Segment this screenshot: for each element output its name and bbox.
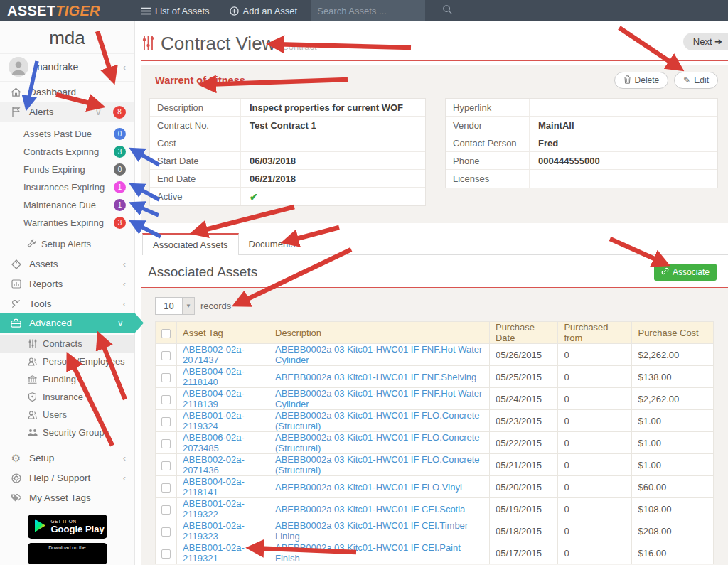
field-label: Cost [150, 134, 241, 151]
alert-submenu-item[interactable]: Insurances Expiring 1 [0, 178, 134, 196]
records-select[interactable]: 10 ▼ [155, 297, 195, 315]
edit-button[interactable]: ✎ Edit [674, 72, 718, 89]
wrench-icon [27, 239, 36, 250]
description-link[interactable]: ABEBB0002a 03 Kitc01-HWC01 IF FLO.Vinyl [275, 482, 462, 493]
nav-add-an-asset-label: Add an Asset [243, 6, 298, 16]
row-checkbox[interactable] [161, 351, 171, 360]
tab-associated-assets[interactable]: Associated Assets [142, 233, 239, 255]
sidebar-item-dashboard[interactable]: Dashboard [0, 82, 134, 102]
google-play-line1: GET IT ON [51, 519, 105, 524]
col-purchased-from: Purchased from [558, 322, 632, 344]
sidebar-item-reports[interactable]: Reports ‹ [0, 274, 134, 294]
check-icon: ✔ [241, 191, 258, 203]
search-icon[interactable] [442, 4, 453, 18]
nav-list-of-assets[interactable]: List of Assets [132, 0, 220, 21]
contract-details-left: DescriptionInspect properties for curren… [149, 98, 426, 206]
associated-assets-header: Associated Assets Associate [135, 255, 728, 287]
row-checkbox[interactable] [161, 505, 171, 515]
asset-tag-link[interactable]: ABEB002-02a-2071437 [183, 344, 245, 365]
description-link[interactable]: ABEBB0002a 03 Kitc01-HWC01 IF FLO.Concre… [275, 432, 480, 453]
sidebar-item-funding[interactable]: Funding [0, 370, 134, 388]
alert-submenu-item[interactable]: Maintenance Due 1 [0, 196, 134, 214]
row-checkbox[interactable] [161, 549, 171, 559]
next-button[interactable]: Next ➔ [683, 33, 728, 50]
row-checkbox[interactable] [161, 461, 171, 470]
row-checkbox[interactable] [161, 395, 171, 404]
company-name: mda [0, 21, 134, 53]
purchase-cost-cell: $16.00 [632, 542, 714, 564]
alert-submenu-item[interactable]: Funds Expiring 0 [0, 161, 134, 178]
sidebar-item-help-support-label: Help / Support [29, 473, 116, 483]
sidebar-user[interactable]: mandrake ‹ [0, 53, 134, 82]
app-store-line1: Download on the [48, 545, 86, 550]
assets-table-header-row: Asset Tag Description Purchase Date Purc… [156, 322, 714, 344]
purchase-date-cell: 05/24/2015 [489, 388, 557, 410]
asset-tag-link[interactable]: ABEB001-02a-2119321 [183, 542, 245, 564]
asset-tag-cell: ABEB004-02a-2118139 [177, 388, 269, 410]
sidebar-item-setup[interactable]: ⚙ Setup ‹ [0, 448, 134, 468]
sidebar-item-security-groups[interactable]: Security Groups [0, 424, 134, 441]
select-all-checkbox[interactable] [161, 329, 171, 338]
google-play-badge[interactable]: GET IT ON Google Play [28, 515, 107, 539]
sidebar-item-setup-alerts[interactable]: Setup Alerts [0, 235, 134, 254]
description-link[interactable]: ABEBB0002a 03 Kitc01-HWC01 IF FLO.Concre… [275, 454, 480, 475]
description-link[interactable]: ABEBB0002a 03 Kitc01-HWC01 IF FLO.Concre… [275, 410, 480, 431]
row-checkbox[interactable] [161, 483, 171, 493]
delete-button-label: Delete [635, 75, 660, 85]
row-checkbox[interactable] [161, 439, 171, 448]
delete-button[interactable]: Delete [614, 72, 669, 89]
row-checkbox[interactable] [161, 417, 171, 426]
tab-documents[interactable]: Documents [239, 234, 306, 254]
row-checkbox-cell [156, 542, 177, 564]
row-checkbox[interactable] [161, 373, 171, 382]
asset-tag-link[interactable]: ABEB004-02a-2118140 [183, 366, 245, 387]
col-description: Description [269, 322, 490, 344]
asset-tag-link[interactable]: ABEB004-02a-2118141 [183, 476, 245, 497]
associate-button[interactable]: Associate [654, 264, 717, 281]
description-link[interactable]: ABEBB0002a 03 Kitc01-HWC01 IF CEI.Scotia [275, 504, 465, 515]
home-icon [10, 87, 22, 97]
sidebar-item-my-asset-tags[interactable]: My Asset Tags [0, 488, 134, 507]
asset-tag-link[interactable]: ABEB004-02a-2118139 [183, 388, 245, 409]
contract-details-right: Hyperlink VendorMaintAll Contact PersonF… [445, 98, 718, 188]
alert-submenu-item[interactable]: Warranties Expiring 3 [0, 214, 134, 232]
asset-tag-cell: ABEB004-02a-2118140 [177, 366, 269, 388]
asset-tag-link[interactable]: ABEB006-02a-2073485 [183, 432, 245, 453]
asset-tag-link[interactable]: ABEB001-02a-2119323 [183, 520, 245, 542]
sidebar-item-assets[interactable]: Assets ‹ [0, 254, 134, 274]
logo-tiger-text: TIGER [55, 3, 100, 18]
asset-tag-link[interactable]: ABEB001-02a-2119322 [183, 498, 245, 520]
sidebar-item-contracts[interactable]: Contracts [0, 335, 134, 353]
assets-icon [10, 259, 22, 269]
description-link[interactable]: ABEBB0002a 03 Kitc01-HWC01 IF FNF.Hot Wa… [275, 388, 482, 409]
app-logo[interactable]: ASSETTIGER [0, 3, 132, 19]
alert-submenu-item[interactable]: Contracts Expiring 3 [0, 143, 134, 161]
sidebar-item-advanced-label: Advanced [29, 318, 109, 328]
description-cell: ABEBB0002a 03 Kitc01-HWC01 IF FNF.Hot Wa… [269, 344, 490, 366]
sidebar-item-insurance[interactable]: Insurance [0, 388, 134, 406]
sidebar-item-alerts[interactable]: Alerts ∨ 8 [0, 102, 134, 122]
sidebar-item-tools[interactable]: Tools ‹ [0, 294, 134, 313]
nav-list-of-assets-label: List of Assets [155, 6, 210, 16]
nav-add-an-asset[interactable]: Add an Asset [220, 0, 308, 21]
sidebar-item-help-support[interactable]: Help / Support ‹ [0, 468, 134, 488]
row-checkbox[interactable] [161, 527, 171, 537]
app-store-badge[interactable]: Download on the [28, 543, 107, 564]
field-label: Licenses [446, 170, 530, 188]
search-input[interactable] [317, 6, 442, 16]
alert-item-label: Funds Expiring [23, 164, 114, 175]
description-link[interactable]: ABEBB0002a 03 Kitc01-HWC01 IF FNF.Shelvi… [275, 372, 476, 382]
description-link[interactable]: ABEBB0002a 03 Kitc01-HWC01 IF CEI.Timber… [275, 520, 468, 542]
purchased-from-cell: 0 [558, 344, 632, 366]
alert-submenu-item[interactable]: Assets Past Due 0 [0, 125, 134, 143]
asset-tag-link[interactable]: ABEB001-02a-2119324 [183, 410, 245, 431]
associate-button-label: Associate [673, 267, 710, 277]
field-label: Start Date [150, 152, 241, 169]
sidebar-item-advanced[interactable]: Advanced ∨ [0, 313, 144, 333]
field-label: Vendor [446, 117, 530, 134]
sidebar-item-users[interactable]: Users [0, 406, 134, 424]
description-link[interactable]: ABEBB0002a 03 Kitc01-HWC01 IF FNF.Hot Wa… [275, 344, 482, 365]
sidebar-item-persons-employees[interactable]: Persons/Employees [0, 353, 134, 370]
asset-tag-link[interactable]: ABEB002-02a-2071436 [183, 454, 245, 475]
description-link[interactable]: ABEBB0002a 03 Kitc01-HWC01 IF CEI.Paint … [275, 542, 461, 564]
